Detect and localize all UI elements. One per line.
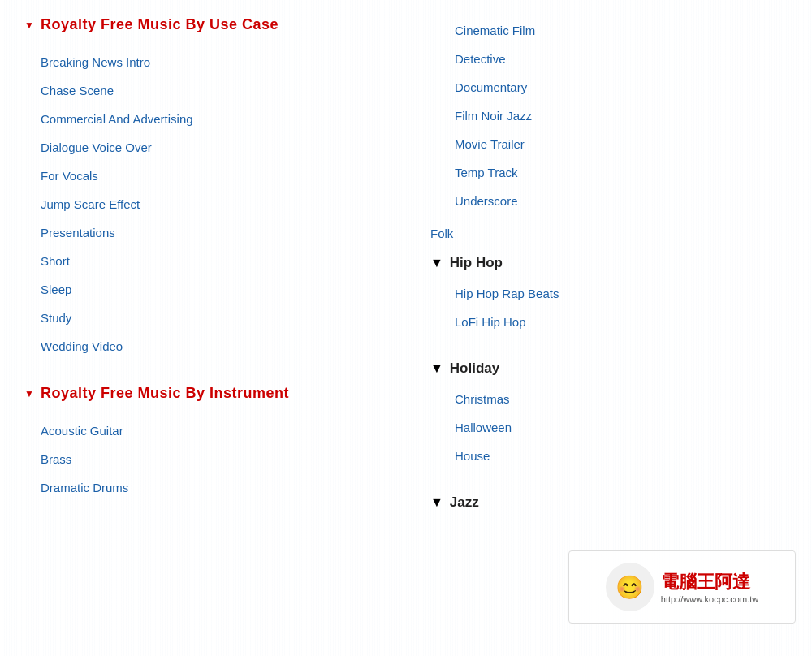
right-top-item-1[interactable]: Detective [430, 45, 788, 73]
collapse-arrow-icon[interactable]: ▼ [24, 388, 34, 399]
right-section-holiday: ▼HolidayChristmasHalloweenHouse [430, 360, 788, 470]
left-nav-item-use-case-6[interactable]: Presentations [24, 218, 382, 247]
collapse-arrow-icon[interactable]: ▼ [430, 256, 443, 270]
right-top-item-4[interactable]: Movie Trailer [430, 130, 788, 158]
right-section-header-holiday: ▼Holiday [430, 360, 788, 377]
left-nav-item-use-case-7[interactable]: Short [24, 247, 382, 275]
page-wrapper: ▼Royalty Free Music By Use CaseBreaking … [0, 0, 812, 656]
right-top-item-6[interactable]: Underscore [430, 187, 788, 215]
left-column: ▼Royalty Free Music By Use CaseBreaking … [0, 0, 406, 656]
left-section-title-use-case: Royalty Free Music By Use Case [41, 16, 279, 33]
right-section-title-hip-hop: Hip Hop [450, 255, 503, 271]
right-section-hip-hop: ▼Hip HopHip Hop Rap BeatsLoFi Hip Hop [430, 255, 788, 336]
right-top-item-2[interactable]: Documentary [430, 73, 788, 101]
collapse-arrow-icon[interactable]: ▼ [24, 19, 34, 31]
right-top-item-3[interactable]: Film Noir Jazz [430, 101, 788, 130]
left-nav-item-use-case-10[interactable]: Wedding Video [24, 332, 382, 360]
right-section-jazz: ▼Jazz [430, 494, 788, 511]
left-section-header-instrument: ▼Royalty Free Music By Instrument [24, 385, 382, 402]
watermark: 😊 電腦王阿達 http://www.kocpc.com.tw [568, 550, 796, 624]
right-section-header-jazz: ▼Jazz [430, 494, 788, 511]
collapse-arrow-icon[interactable]: ▼ [430, 495, 443, 510]
right-top-items: Cinematic FilmDetectiveDocumentaryFilm N… [430, 16, 788, 215]
right-section-header-hip-hop: ▼Hip Hop [430, 255, 788, 271]
left-section-header-use-case: ▼Royalty Free Music By Use Case [24, 16, 382, 33]
left-section-instrument: ▼Royalty Free Music By InstrumentAcousti… [24, 385, 382, 502]
watermark-icon: 😊 [606, 563, 654, 611]
left-nav-item-instrument-2[interactable]: Dramatic Drums [24, 473, 382, 502]
left-nav-item-use-case-1[interactable]: Chase Scene [24, 76, 382, 105]
left-section-title-instrument: Royalty Free Music By Instrument [41, 385, 289, 402]
watermark-url: http://www.kocpc.com.tw [661, 594, 758, 604]
right-section-title-holiday: Holiday [450, 360, 499, 377]
left-nav-item-use-case-5[interactable]: Jump Scare Effect [24, 190, 382, 218]
right-nav-item-hip-hop-0[interactable]: Hip Hop Rap Beats [430, 279, 788, 308]
right-nav-item-hip-hop-1[interactable]: LoFi Hip Hop [430, 308, 788, 336]
left-section-use-case: ▼Royalty Free Music By Use CaseBreaking … [24, 16, 382, 360]
right-section-title-jazz: Jazz [450, 494, 479, 511]
left-nav-item-use-case-0[interactable]: Breaking News Intro [24, 48, 382, 76]
collapse-arrow-icon[interactable]: ▼ [430, 361, 443, 376]
left-nav-item-use-case-9[interactable]: Study [24, 304, 382, 332]
right-top-item-0[interactable]: Cinematic Film [430, 16, 788, 45]
watermark-chinese: 電腦王阿達 [661, 570, 758, 594]
right-plain-item-0[interactable]: Folk [430, 218, 788, 248]
left-nav-item-use-case-3[interactable]: Dialogue Voice Over [24, 133, 382, 162]
left-nav-item-instrument-0[interactable]: Acoustic Guitar [24, 416, 382, 445]
right-nav-item-holiday-2[interactable]: House [430, 442, 788, 470]
watermark-text: 電腦王阿達 http://www.kocpc.com.tw [661, 570, 758, 604]
left-nav-item-use-case-8[interactable]: Sleep [24, 275, 382, 304]
left-nav-item-use-case-4[interactable]: For Vocals [24, 162, 382, 190]
watermark-content: 😊 電腦王阿達 http://www.kocpc.com.tw [606, 563, 758, 611]
right-nav-item-holiday-0[interactable]: Christmas [430, 385, 788, 413]
right-nav-item-holiday-1[interactable]: Halloween [430, 413, 788, 442]
left-nav-item-instrument-1[interactable]: Brass [24, 445, 382, 473]
left-nav-item-use-case-2[interactable]: Commercial And Advertising [24, 105, 382, 133]
right-top-item-5[interactable]: Temp Track [430, 158, 788, 187]
